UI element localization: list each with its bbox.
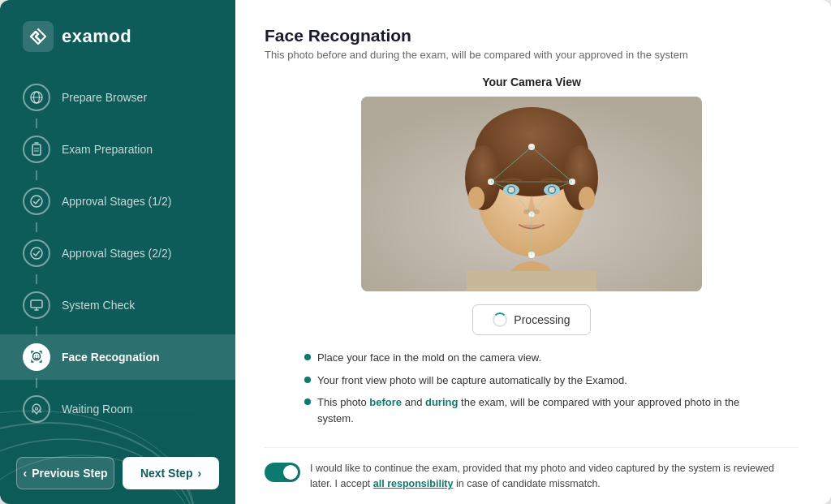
- consent-toggle[interactable]: [265, 463, 300, 482]
- instructions-list: Place your face in the mold on the camer…: [304, 350, 759, 433]
- svg-point-12: [31, 196, 42, 207]
- logo-text: examod: [62, 26, 131, 47]
- sidebar-item-approval-stages-1[interactable]: Approval Stages (1/2): [0, 179, 235, 224]
- processing-button[interactable]: Processing: [472, 304, 590, 335]
- camera-view: [361, 97, 702, 291]
- sidebar-item-system-check[interactable]: System Check: [0, 282, 235, 328]
- approval-stages-2-label: Approval Stages (2/2): [62, 247, 171, 260]
- svg-point-18: [35, 355, 36, 356]
- instruction-text-2: Your front view photo will be capture au…: [317, 373, 627, 389]
- face-photo: [361, 97, 702, 291]
- sidebar-item-prepare-browser[interactable]: Prepare Browser: [0, 75, 235, 120]
- waiting-room-icon-wrap: [23, 395, 50, 423]
- instruction-text-3: This photo before and during the exam, w…: [317, 394, 759, 426]
- system-check-icon-wrap: [23, 291, 50, 319]
- sidebar-item-face-recognition[interactable]: Face Recognation: [0, 334, 235, 380]
- sidebar-footer: ‹ Previous Step Next Step ›: [0, 442, 235, 504]
- exam-preparation-icon-wrap: [23, 136, 50, 163]
- system-check-label: System Check: [62, 299, 135, 312]
- instruction-dot-2: [304, 377, 311, 383]
- instruction-dot-1: [304, 354, 311, 360]
- sidebar: examod Prepare Browser: [0, 0, 235, 504]
- consent-toggle-wrap[interactable]: [265, 463, 300, 482]
- consent-row: I would like to continue the exam, provi…: [265, 447, 799, 493]
- instruction-item-3: This photo before and during the exam, w…: [304, 394, 759, 426]
- instruction-item-1: Place your face in the mold on the camer…: [304, 350, 759, 366]
- processing-label: Processing: [514, 313, 570, 326]
- check-circle-icon-1: [29, 194, 44, 209]
- sidebar-item-waiting-room[interactable]: Waiting Room: [0, 386, 235, 432]
- app-container: examod Prepare Browser: [0, 0, 831, 504]
- waiting-room-label: Waiting Room: [62, 403, 132, 416]
- page-subtitle: This photo before and during the exam, w…: [265, 49, 799, 61]
- prepare-browser-label: Prepare Browser: [62, 91, 147, 104]
- prev-step-button[interactable]: ‹ Previous Step: [16, 457, 114, 489]
- monitor-icon: [29, 298, 44, 312]
- next-step-label: Next Step: [140, 467, 193, 480]
- page-title: Face Recognation: [265, 26, 799, 45]
- highlight-before: before: [369, 396, 402, 408]
- instruction-item-2: Your front view photo will be capture au…: [304, 373, 759, 389]
- camera-label: Your Camera View: [482, 75, 581, 88]
- svg-rect-14: [31, 300, 42, 308]
- sidebar-item-approval-stages-2[interactable]: Approval Stages (2/2): [0, 230, 235, 276]
- svg-point-13: [31, 248, 42, 259]
- main-content: Face Recognation This photo before and d…: [235, 0, 831, 504]
- camera-section: Your Camera View: [265, 75, 799, 493]
- logo: examod: [0, 0, 235, 67]
- svg-point-38: [579, 187, 595, 209]
- svg-rect-8: [32, 144, 41, 155]
- processing-spinner: [493, 312, 507, 327]
- svg-rect-24: [467, 271, 596, 291]
- approval-stages-2-icon-wrap: [23, 239, 50, 267]
- next-chevron-icon: ›: [197, 467, 201, 480]
- prev-chevron-icon: ‹: [23, 467, 27, 480]
- next-step-button[interactable]: Next Step ›: [123, 457, 219, 489]
- examod-logo-icon: [23, 21, 54, 52]
- approval-stages-1-icon-wrap: [23, 187, 50, 215]
- exam-preparation-label: Exam Preparation: [62, 143, 153, 156]
- face-scan-icon: [29, 350, 44, 364]
- consent-link[interactable]: all responsibility: [373, 478, 454, 489]
- prepare-browser-icon-wrap: [23, 84, 50, 111]
- instruction-dot-3: [304, 398, 311, 405]
- sidebar-steps: Prepare Browser Exam Preparation: [0, 67, 235, 442]
- approval-stages-1-label: Approval Stages (1/2): [62, 195, 171, 208]
- face-recognition-label: Face Recognation: [62, 351, 160, 364]
- svg-point-37: [468, 187, 484, 209]
- globe-icon: [29, 90, 44, 105]
- check-circle-icon-2: [29, 246, 44, 261]
- toggle-knob: [283, 465, 298, 480]
- highlight-during: during: [425, 396, 458, 408]
- face-recognition-icon-wrap: [23, 343, 50, 371]
- svg-point-19: [37, 355, 38, 356]
- prev-step-label: Previous Step: [32, 467, 107, 480]
- consent-text-part2: in case of candidate missmatch.: [453, 478, 600, 489]
- consent-text: I would like to continue the exam, provi…: [310, 461, 799, 493]
- clipboard-icon: [29, 142, 44, 157]
- sidebar-item-exam-preparation[interactable]: Exam Preparation: [0, 127, 235, 172]
- svg-point-20: [36, 407, 38, 410]
- rocket-icon: [29, 402, 44, 416]
- instruction-text-1: Place your face in the mold on the camer…: [317, 350, 541, 366]
- svg-rect-4: [23, 21, 54, 52]
